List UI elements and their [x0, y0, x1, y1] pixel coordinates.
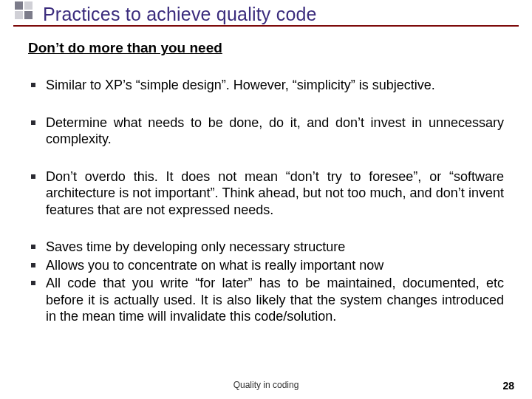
list-item: Similar to XP’s “simple design”. However… — [28, 77, 504, 94]
list-item: Saves time by developing only necessary … — [28, 239, 504, 256]
list-item: Determine what needs to be done, do it, … — [28, 115, 504, 148]
footer-caption: Quality in coding — [0, 380, 532, 390]
quad-squares-icon — [15, 1, 37, 24]
list-item: All code that you write “for later” has … — [28, 275, 504, 325]
page-number: 28 — [502, 380, 514, 392]
title-underline — [13, 25, 519, 27]
subheading: Don’t do more than you need — [28, 40, 532, 56]
body-content: Similar to XP’s “simple design”. However… — [28, 77, 504, 325]
title-row: Practices to achieve quality code — [0, 0, 532, 24]
bullet-list: Similar to XP’s “simple design”. However… — [28, 77, 504, 325]
list-item: Don’t overdo this. It does not mean “don… — [28, 168, 504, 219]
list-item: Allows you to concentrate on what is rea… — [28, 257, 504, 274]
slide-title: Practices to achieve quality code — [43, 4, 532, 24]
slide: Practices to achieve quality code Don’t … — [0, 0, 532, 399]
